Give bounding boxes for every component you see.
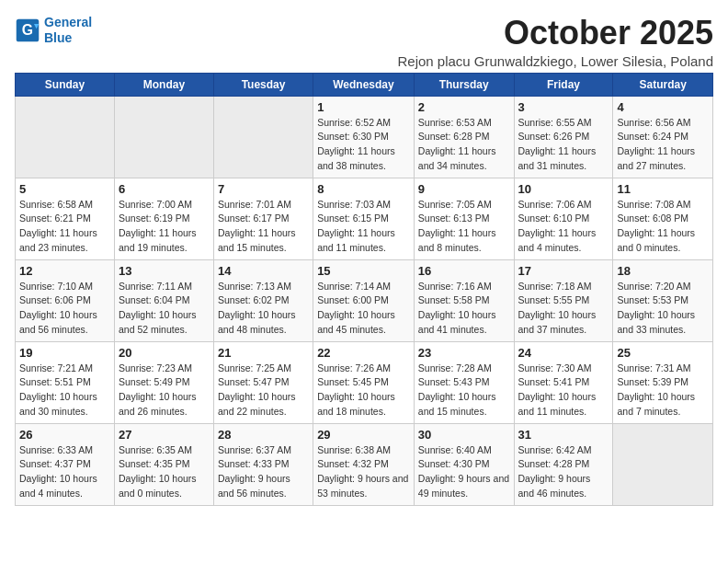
calendar-cell: 15Sunrise: 7:14 AM Sunset: 6:00 PM Dayli… [313,259,415,341]
calendar-cell: 19Sunrise: 7:21 AM Sunset: 5:51 PM Dayli… [16,341,115,423]
calendar-cell: 20Sunrise: 7:23 AM Sunset: 5:49 PM Dayli… [114,341,213,423]
week-row-4: 19Sunrise: 7:21 AM Sunset: 5:51 PM Dayli… [16,341,713,423]
day-info: Sunrise: 7:20 AM Sunset: 5:53 PM Dayligh… [617,280,709,338]
day-number: 14 [218,264,309,278]
calendar-cell [213,96,313,178]
day-number: 28 [218,428,309,442]
calendar-cell: 29Sunrise: 6:38 AM Sunset: 4:32 PM Dayli… [313,423,415,505]
day-info: Sunrise: 7:08 AM Sunset: 6:08 PM Dayligh… [617,198,709,256]
logo-icon: G [15,17,40,43]
calendar-cell: 18Sunrise: 7:20 AM Sunset: 5:53 PM Dayli… [613,259,713,341]
logo-line1: General [44,15,92,29]
month-title: October 2025 [397,15,713,52]
location-subtitle: Rejon placu Grunwaldzkiego, Lower Silesi… [397,53,713,69]
day-info: Sunrise: 6:58 AM Sunset: 6:21 PM Dayligh… [19,198,110,256]
title-block: October 2025 Rejon placu Grunwaldzkiego,… [397,15,713,69]
day-number: 30 [418,428,510,442]
calendar-cell: 9Sunrise: 7:05 AM Sunset: 6:13 PM Daylig… [414,178,514,259]
calendar-cell: 2Sunrise: 6:53 AM Sunset: 6:28 PM Daylig… [414,96,514,178]
calendar-cell: 25Sunrise: 7:31 AM Sunset: 5:39 PM Dayli… [613,341,713,423]
day-number: 24 [518,346,609,360]
day-info: Sunrise: 7:18 AM Sunset: 5:55 PM Dayligh… [518,280,609,338]
weekday-header-friday: Friday [514,73,613,96]
day-info: Sunrise: 7:13 AM Sunset: 6:02 PM Dayligh… [218,280,309,338]
weekday-header-sunday: Sunday [16,73,115,96]
calendar-cell: 4Sunrise: 6:56 AM Sunset: 6:24 PM Daylig… [613,96,713,178]
svg-text:G: G [22,22,33,38]
calendar-cell: 11Sunrise: 7:08 AM Sunset: 6:08 PM Dayli… [613,178,713,259]
calendar-cell: 10Sunrise: 7:06 AM Sunset: 6:10 PM Dayli… [514,178,613,259]
day-number: 2 [418,100,510,114]
day-number: 7 [218,182,309,196]
day-info: Sunrise: 6:52 AM Sunset: 6:30 PM Dayligh… [317,116,410,174]
day-info: Sunrise: 7:21 AM Sunset: 5:51 PM Dayligh… [19,362,110,419]
calendar-cell: 28Sunrise: 6:37 AM Sunset: 4:33 PM Dayli… [213,423,313,505]
day-number: 26 [19,428,110,442]
weekday-header-wednesday: Wednesday [313,73,415,96]
day-info: Sunrise: 6:56 AM Sunset: 6:24 PM Dayligh… [617,116,709,174]
calendar-cell: 23Sunrise: 7:28 AM Sunset: 5:43 PM Dayli… [414,341,514,423]
day-info: Sunrise: 6:33 AM Sunset: 4:37 PM Dayligh… [19,443,110,501]
calendar-cell: 31Sunrise: 6:42 AM Sunset: 4:28 PM Dayli… [514,423,613,505]
calendar-cell: 24Sunrise: 7:30 AM Sunset: 5:41 PM Dayli… [514,341,613,423]
day-info: Sunrise: 6:38 AM Sunset: 4:32 PM Dayligh… [317,443,410,501]
calendar-cell [114,96,213,178]
day-number: 10 [518,182,609,196]
day-info: Sunrise: 6:42 AM Sunset: 4:28 PM Dayligh… [518,443,609,501]
calendar-cell: 21Sunrise: 7:25 AM Sunset: 5:47 PM Dayli… [213,341,313,423]
day-number: 25 [617,346,709,360]
day-info: Sunrise: 6:53 AM Sunset: 6:28 PM Dayligh… [418,116,510,174]
calendar-cell [16,96,115,178]
logo: G General Blue [15,15,92,46]
calendar-cell: 17Sunrise: 7:18 AM Sunset: 5:55 PM Dayli… [514,259,613,341]
calendar-cell: 1Sunrise: 6:52 AM Sunset: 6:30 PM Daylig… [313,96,415,178]
weekday-header-tuesday: Tuesday [213,73,313,96]
day-number: 11 [617,182,709,196]
weekday-header-monday: Monday [114,73,213,96]
day-info: Sunrise: 7:11 AM Sunset: 6:04 PM Dayligh… [119,280,210,338]
calendar-cell: 6Sunrise: 7:00 AM Sunset: 6:19 PM Daylig… [114,178,213,259]
weekday-header-thursday: Thursday [414,73,514,96]
day-number: 6 [119,182,210,196]
day-number: 12 [19,264,110,278]
day-info: Sunrise: 6:40 AM Sunset: 4:30 PM Dayligh… [418,443,510,501]
day-info: Sunrise: 7:05 AM Sunset: 6:13 PM Dayligh… [418,198,510,256]
day-number: 17 [518,264,609,278]
calendar-cell: 3Sunrise: 6:55 AM Sunset: 6:26 PM Daylig… [514,96,613,178]
calendar-cell: 16Sunrise: 7:16 AM Sunset: 5:58 PM Dayli… [414,259,514,341]
day-number: 9 [418,182,510,196]
day-info: Sunrise: 6:37 AM Sunset: 4:33 PM Dayligh… [218,443,309,501]
day-info: Sunrise: 7:28 AM Sunset: 5:43 PM Dayligh… [418,362,510,419]
week-row-2: 5Sunrise: 6:58 AM Sunset: 6:21 PM Daylig… [16,178,713,259]
week-row-5: 26Sunrise: 6:33 AM Sunset: 4:37 PM Dayli… [16,423,713,505]
day-number: 21 [218,346,309,360]
day-number: 8 [317,182,410,196]
calendar-cell: 5Sunrise: 6:58 AM Sunset: 6:21 PM Daylig… [16,178,115,259]
day-number: 19 [19,346,110,360]
day-number: 3 [518,100,609,114]
weekday-header-row: SundayMondayTuesdayWednesdayThursdayFrid… [16,73,713,96]
page-header: G General Blue October 2025 Rejon placu … [15,15,713,69]
day-info: Sunrise: 7:03 AM Sunset: 6:15 PM Dayligh… [317,198,410,256]
day-info: Sunrise: 7:30 AM Sunset: 5:41 PM Dayligh… [518,362,609,419]
weekday-header-saturday: Saturday [613,73,713,96]
day-info: Sunrise: 7:31 AM Sunset: 5:39 PM Dayligh… [617,362,709,419]
day-number: 31 [518,428,609,442]
day-info: Sunrise: 7:01 AM Sunset: 6:17 PM Dayligh… [218,198,309,256]
day-number: 18 [617,264,709,278]
day-info: Sunrise: 7:16 AM Sunset: 5:58 PM Dayligh… [418,280,510,338]
day-number: 27 [119,428,210,442]
week-row-3: 12Sunrise: 7:10 AM Sunset: 6:06 PM Dayli… [16,259,713,341]
day-info: Sunrise: 7:14 AM Sunset: 6:00 PM Dayligh… [317,280,410,338]
calendar-cell [613,423,713,505]
day-info: Sunrise: 7:26 AM Sunset: 5:45 PM Dayligh… [317,362,410,419]
calendar-cell: 14Sunrise: 7:13 AM Sunset: 6:02 PM Dayli… [213,259,313,341]
day-number: 5 [19,182,110,196]
day-number: 13 [119,264,210,278]
day-info: Sunrise: 7:25 AM Sunset: 5:47 PM Dayligh… [218,362,309,419]
day-info: Sunrise: 7:00 AM Sunset: 6:19 PM Dayligh… [119,198,210,256]
day-number: 1 [317,100,410,114]
week-row-1: 1Sunrise: 6:52 AM Sunset: 6:30 PM Daylig… [16,96,713,178]
day-info: Sunrise: 7:06 AM Sunset: 6:10 PM Dayligh… [518,198,609,256]
calendar-cell: 30Sunrise: 6:40 AM Sunset: 4:30 PM Dayli… [414,423,514,505]
